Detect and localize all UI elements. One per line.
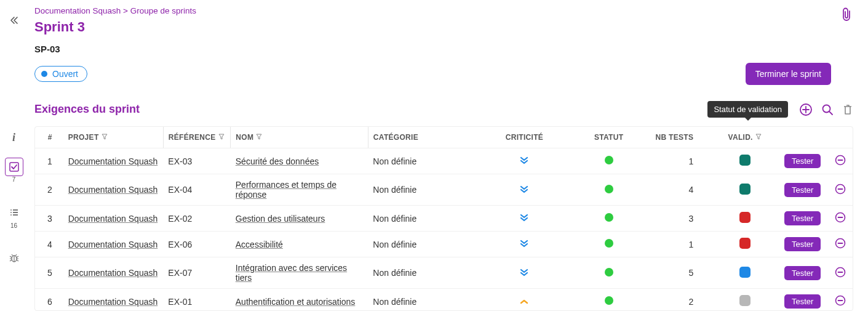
row-reference: EX-06	[163, 232, 230, 257]
rail-bug-button[interactable]	[5, 249, 23, 267]
filter-icon[interactable]	[102, 134, 108, 140]
col-criticity[interactable]: CRITICITÉ	[480, 127, 568, 148]
row-validation	[712, 232, 778, 257]
requirement-link[interactable]: Authentification et autorisations	[236, 297, 356, 307]
project-link[interactable]: Documentation Squash	[68, 297, 158, 307]
row-criticity	[480, 257, 568, 289]
svg-point-5	[10, 214, 12, 216]
row-name: Accessibilité	[231, 232, 368, 257]
rail-list-badge: 16	[10, 222, 17, 229]
criticity-icon	[519, 186, 529, 196]
criticity-icon	[519, 214, 529, 224]
row-status	[568, 257, 650, 289]
validation-badge	[739, 155, 751, 166]
table-row: 4Documentation SquashEX-06AccessibilitéN…	[35, 232, 853, 257]
row-category: Non définie	[368, 289, 480, 312]
test-button[interactable]: Tester	[784, 266, 821, 280]
requirements-table: # PROJET RÉFÉRENCE NOM CATÉGORIE CRITICI…	[35, 127, 853, 311]
search-button[interactable]	[821, 103, 834, 116]
row-name: Performances et temps de réponse	[231, 174, 368, 206]
status-dot-icon	[605, 296, 613, 305]
end-sprint-button[interactable]: Terminer le sprint	[746, 63, 831, 85]
status-dot-icon	[41, 71, 47, 77]
test-button[interactable]: Tester	[784, 211, 821, 225]
row-nbtests: 1	[650, 148, 712, 174]
status-dot-icon	[605, 239, 613, 248]
filter-icon[interactable]	[218, 134, 225, 140]
test-button[interactable]: Tester	[784, 237, 821, 251]
row-reference: EX-07	[163, 257, 230, 289]
page-title: Sprint 3	[34, 19, 831, 35]
test-button[interactable]: Tester	[784, 294, 821, 309]
svg-rect-2	[13, 209, 18, 211]
col-status[interactable]: STATUT	[568, 127, 650, 148]
remove-row-button[interactable]	[835, 267, 846, 278]
breadcrumb-group-link[interactable]: Groupe de sprints	[130, 6, 196, 15]
project-link[interactable]: Documentation Squash	[68, 268, 158, 278]
remove-row-button[interactable]	[835, 155, 846, 166]
validation-badge	[739, 238, 751, 249]
requirement-link[interactable]: Gestion des utilisateurs	[236, 214, 325, 224]
page-reference: SP-03	[34, 44, 831, 54]
col-name[interactable]: NOM	[231, 127, 368, 148]
requirement-link[interactable]: Sécurité des données	[236, 156, 319, 166]
svg-rect-6	[13, 214, 18, 216]
criticity-icon	[519, 157, 529, 167]
requirement-link[interactable]: Accessibilité	[236, 240, 283, 249]
row-project: Documentation Squash	[63, 148, 164, 174]
criticity-icon	[519, 297, 529, 307]
project-link[interactable]: Documentation Squash	[68, 214, 158, 224]
row-criticity	[480, 232, 568, 257]
row-name: Authentification et autorisations	[231, 289, 368, 312]
sprint-status-pill[interactable]: Ouvert	[34, 66, 87, 82]
table-row: 6Documentation SquashEX-01Authentificati…	[35, 289, 853, 312]
col-nbtests[interactable]: NB TESTS	[650, 127, 712, 148]
row-validation	[712, 206, 778, 232]
row-project: Documentation Squash	[63, 206, 164, 232]
rail-checklist-button[interactable]: 7	[5, 158, 23, 176]
attachment-button[interactable]	[841, 7, 853, 24]
row-validation	[712, 148, 778, 174]
requirement-link[interactable]: Intégration avec des services tiers	[236, 263, 347, 283]
col-index[interactable]: #	[35, 127, 63, 148]
row-validation	[712, 289, 778, 312]
row-index: 3	[35, 206, 63, 232]
row-category: Non définie	[368, 174, 480, 206]
breadcrumb-project-link[interactable]: Documentation Squash	[34, 6, 121, 15]
filter-icon[interactable]	[256, 134, 262, 140]
project-link[interactable]: Documentation Squash	[68, 240, 158, 249]
project-link[interactable]: Documentation Squash	[68, 185, 158, 195]
validation-badge	[739, 267, 751, 278]
filter-icon[interactable]	[755, 134, 762, 140]
col-valid[interactable]: VALID.	[712, 127, 778, 148]
col-project[interactable]: PROJET	[63, 127, 164, 148]
row-project: Documentation Squash	[63, 289, 164, 312]
remove-row-button[interactable]	[835, 238, 846, 249]
svg-rect-4	[13, 212, 18, 213]
rail-info-button[interactable]: i	[5, 128, 23, 147]
row-category: Non définie	[368, 206, 480, 232]
project-link[interactable]: Documentation Squash	[68, 156, 158, 166]
col-reference[interactable]: RÉFÉRENCE	[163, 127, 230, 148]
test-button[interactable]: Tester	[784, 154, 821, 168]
delete-button[interactable]	[842, 103, 853, 116]
row-status	[568, 148, 650, 174]
col-category[interactable]: CATÉGORIE	[368, 127, 480, 148]
remove-row-button[interactable]	[835, 295, 846, 306]
validation-badge	[739, 184, 751, 195]
collapse-panel-button[interactable]	[9, 15, 19, 27]
requirement-link[interactable]: Performances et temps de réponse	[236, 180, 336, 200]
row-name: Sécurité des données	[231, 148, 368, 174]
row-criticity	[480, 174, 568, 206]
row-status	[568, 174, 650, 206]
rail-list-button[interactable]: 16	[5, 203, 23, 222]
row-category: Non définie	[368, 232, 480, 257]
row-name: Intégration avec des services tiers	[231, 257, 368, 289]
add-requirement-button[interactable]	[799, 103, 813, 116]
row-name: Gestion des utilisateurs	[231, 206, 368, 232]
test-button[interactable]: Tester	[784, 183, 821, 197]
remove-row-button[interactable]	[835, 184, 846, 195]
row-status	[568, 232, 650, 257]
remove-row-button[interactable]	[835, 212, 846, 223]
row-project: Documentation Squash	[63, 232, 164, 257]
